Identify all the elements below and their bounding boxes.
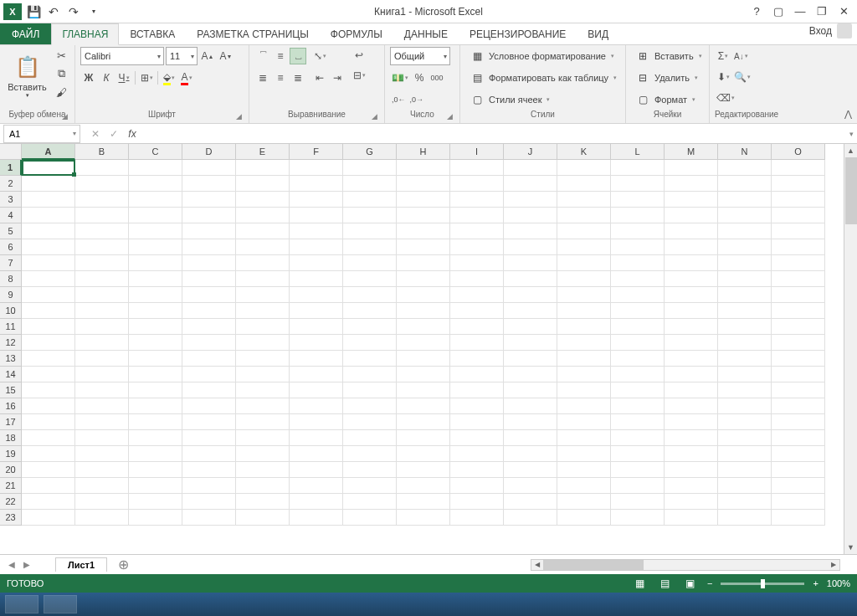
- cell-L6[interactable]: [611, 239, 665, 255]
- cell-C4[interactable]: [129, 208, 182, 223]
- cell-D7[interactable]: [182, 255, 236, 271]
- cell-B15[interactable]: [75, 382, 129, 398]
- cell-A20[interactable]: [22, 462, 75, 478]
- align-right-button[interactable]: ≣: [290, 69, 306, 86]
- cell-H10[interactable]: [397, 303, 450, 319]
- cell-N17[interactable]: [718, 414, 772, 430]
- row-header-14[interactable]: 14: [0, 367, 22, 382]
- cell-H18[interactable]: [397, 430, 450, 446]
- cell-I15[interactable]: [450, 382, 504, 398]
- cell-O21[interactable]: [772, 478, 825, 494]
- cell-K13[interactable]: [557, 351, 611, 367]
- cell-F2[interactable]: [290, 176, 343, 192]
- cell-E11[interactable]: [236, 319, 290, 335]
- cell-J7[interactable]: [504, 255, 557, 271]
- cell-K23[interactable]: [557, 510, 611, 526]
- cell-B23[interactable]: [75, 510, 129, 526]
- cell-D12[interactable]: [182, 335, 236, 351]
- zoom-thumb[interactable]: [761, 579, 765, 588]
- cell-H4[interactable]: [397, 208, 450, 223]
- cell-D4[interactable]: [182, 208, 236, 223]
- cell-D6[interactable]: [182, 239, 236, 255]
- cell-O5[interactable]: [772, 223, 825, 239]
- cell-I2[interactable]: [450, 176, 504, 192]
- cell-L19[interactable]: [611, 446, 665, 462]
- cell-L21[interactable]: [611, 478, 665, 494]
- number-launcher[interactable]: ◢: [444, 112, 454, 122]
- cell-N19[interactable]: [718, 446, 772, 462]
- cell-I9[interactable]: [450, 287, 504, 303]
- cell-K22[interactable]: [557, 494, 611, 510]
- cell-J14[interactable]: [504, 367, 557, 382]
- tab-home[interactable]: ГЛАВНАЯ: [51, 23, 119, 45]
- cell-E10[interactable]: [236, 303, 290, 319]
- cell-I16[interactable]: [450, 398, 504, 414]
- cell-L10[interactable]: [611, 303, 665, 319]
- row-header-2[interactable]: 2: [0, 176, 22, 192]
- align-middle-button[interactable]: ≡: [272, 48, 289, 64]
- cell-D5[interactable]: [182, 223, 236, 239]
- cell-I21[interactable]: [450, 478, 504, 494]
- align-bottom-button[interactable]: ⎵: [290, 48, 306, 64]
- cell-K1[interactable]: [557, 160, 611, 176]
- sort-filter-button[interactable]: A↓: [732, 48, 750, 64]
- cell-M23[interactable]: [665, 510, 718, 526]
- cell-O16[interactable]: [772, 398, 825, 414]
- taskbar-item-1[interactable]: [5, 595, 38, 613]
- ribbon-options-button[interactable]: ▢: [768, 3, 788, 20]
- column-header-B[interactable]: B: [75, 144, 129, 160]
- cell-M17[interactable]: [665, 414, 718, 430]
- cell-D1[interactable]: [182, 160, 236, 176]
- cell-A14[interactable]: [22, 367, 75, 382]
- cell-H5[interactable]: [397, 223, 450, 239]
- row-header-17[interactable]: 17: [0, 414, 22, 430]
- column-header-A[interactable]: A: [22, 144, 75, 160]
- cell-C14[interactable]: [129, 367, 182, 382]
- cell-A8[interactable]: [22, 271, 75, 287]
- row-header-4[interactable]: 4: [0, 208, 22, 223]
- cell-C5[interactable]: [129, 223, 182, 239]
- redo-button[interactable]: ↷: [65, 3, 82, 20]
- cell-B8[interactable]: [75, 271, 129, 287]
- cell-J12[interactable]: [504, 335, 557, 351]
- insert-function-button[interactable]: fx: [124, 126, 141, 141]
- cell-N10[interactable]: [718, 303, 772, 319]
- cell-G5[interactable]: [343, 223, 397, 239]
- cell-G4[interactable]: [343, 208, 397, 223]
- cell-N13[interactable]: [718, 351, 772, 367]
- cell-H22[interactable]: [397, 494, 450, 510]
- cell-O10[interactable]: [772, 303, 825, 319]
- cell-A9[interactable]: [22, 287, 75, 303]
- font-color-button[interactable]: A: [178, 69, 195, 86]
- row-header-7[interactable]: 7: [0, 255, 22, 271]
- cell-G16[interactable]: [343, 398, 397, 414]
- hscroll-thumb[interactable]: [543, 560, 644, 570]
- cut-button[interactable]: ✂: [53, 47, 69, 64]
- cell-M8[interactable]: [665, 271, 718, 287]
- cell-F3[interactable]: [290, 192, 343, 208]
- cell-O7[interactable]: [772, 255, 825, 271]
- cell-C23[interactable]: [129, 510, 182, 526]
- cell-M5[interactable]: [665, 223, 718, 239]
- cell-G7[interactable]: [343, 255, 397, 271]
- cell-N3[interactable]: [718, 192, 772, 208]
- cell-L2[interactable]: [611, 176, 665, 192]
- cell-I4[interactable]: [450, 208, 504, 223]
- cell-G14[interactable]: [343, 367, 397, 382]
- cell-I19[interactable]: [450, 446, 504, 462]
- cell-F4[interactable]: [290, 208, 343, 223]
- column-header-I[interactable]: I: [450, 144, 504, 160]
- cell-C10[interactable]: [129, 303, 182, 319]
- cell-J16[interactable]: [504, 398, 557, 414]
- formula-input[interactable]: [147, 126, 857, 142]
- cell-E4[interactable]: [236, 208, 290, 223]
- copy-button[interactable]: ⧉: [53, 65, 69, 82]
- cell-L4[interactable]: [611, 208, 665, 223]
- cell-J15[interactable]: [504, 382, 557, 398]
- cell-N14[interactable]: [718, 367, 772, 382]
- cell-N22[interactable]: [718, 494, 772, 510]
- cell-G18[interactable]: [343, 430, 397, 446]
- cell-F5[interactable]: [290, 223, 343, 239]
- cell-I12[interactable]: [450, 335, 504, 351]
- font-launcher[interactable]: ◢: [233, 112, 244, 122]
